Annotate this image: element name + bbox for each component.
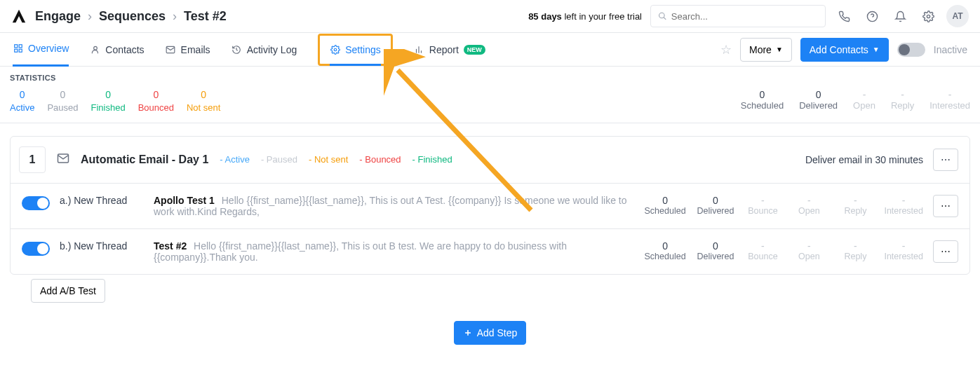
stat-scheduled: 0Scheduled — [741, 89, 784, 111]
search-icon — [658, 11, 667, 21]
more-button[interactable]: More ▼ — [740, 38, 792, 62]
step-card: 1 Automatic Email - Day 1 - Active - Pau… — [10, 136, 970, 275]
svg-rect-8 — [19, 49, 22, 52]
deliver-time-text: Deliver email in 30 minutes — [805, 154, 923, 165]
sequence-active-toggle[interactable] — [897, 43, 925, 57]
bell-icon[interactable] — [890, 6, 910, 26]
avatar[interactable]: AT — [946, 5, 969, 27]
svg-point-9 — [94, 46, 98, 50]
variant-b-menu[interactable]: ⋯ — [933, 240, 958, 263]
variant-a-content[interactable]: Apollo Test 1 Hello {{first_name}}{{last… — [154, 195, 635, 217]
pill-notsent: - Not sent — [309, 154, 348, 165]
call-icon[interactable] — [834, 6, 854, 26]
step-menu-button[interactable]: ⋯ — [933, 149, 958, 171]
metric-interested: -Interested — [884, 240, 923, 261]
mail-icon — [166, 44, 176, 55]
tab-contacts[interactable]: Contacts — [90, 33, 144, 67]
variant-a-label: a.) New Thread — [60, 195, 144, 206]
stat-interested: -Interested — [929, 89, 970, 111]
apollo-logo[interactable] — [11, 8, 27, 24]
tab-overview[interactable]: Overview — [13, 33, 69, 67]
breadcrumb: Engage › Sequences › Test #2 — [35, 9, 227, 24]
stat-active[interactable]: 0 Active — [10, 89, 34, 113]
pill-finished: - Finished — [412, 154, 452, 165]
metric-interested: -Interested — [884, 195, 923, 216]
svg-point-4 — [927, 15, 929, 18]
svg-rect-5 — [14, 45, 17, 48]
metric-bounce: -Bounce — [745, 195, 780, 216]
trial-banner: 85 days left in your free trial — [528, 11, 642, 22]
metric-delivered: 0Delivered — [697, 240, 734, 261]
metric-scheduled: 0Scheduled — [645, 240, 686, 261]
pill-paused: - Paused — [261, 154, 297, 165]
svg-rect-7 — [14, 49, 17, 52]
pill-bounced: - Bounced — [359, 154, 401, 165]
bar-chart-icon — [414, 44, 424, 55]
metric-scheduled: 0Scheduled — [645, 195, 686, 216]
svg-line-1 — [664, 18, 666, 20]
history-icon — [231, 44, 242, 55]
user-icon — [90, 44, 100, 55]
tab-emails[interactable]: Emails — [166, 33, 210, 67]
stat-open: -Open — [853, 89, 875, 111]
variant-row: b.) New Thread Test #2 Hello {{first_nam… — [11, 228, 969, 274]
metric-delivered: 0Delivered — [697, 195, 734, 216]
plus-icon: ＋ — [463, 327, 473, 339]
step-title: Automatic Email - Day 1 — [81, 153, 208, 166]
variant-a-menu[interactable]: ⋯ — [933, 195, 958, 217]
chevron-down-icon: ▼ — [776, 46, 783, 53]
metric-open: -Open — [791, 195, 826, 216]
chevron-down-icon: ▼ — [873, 46, 880, 53]
breadcrumb-current: Test #2 — [184, 9, 227, 24]
stat-not-sent[interactable]: 0 Not sent — [187, 89, 220, 113]
stat-delivered: 0Delivered — [799, 89, 838, 111]
chevron-right-icon: › — [173, 9, 177, 24]
stat-finished[interactable]: 0 Finished — [91, 89, 126, 113]
settings-highlight-box: Settings — [318, 34, 393, 66]
gear-icon[interactable] — [918, 6, 938, 26]
mail-icon — [57, 152, 69, 167]
help-icon[interactable] — [862, 6, 882, 26]
tab-settings[interactable]: Settings — [330, 36, 381, 66]
add-contacts-button[interactable]: Add Contacts ▼ — [800, 38, 889, 62]
step-number: 1 — [19, 146, 46, 173]
gear-icon — [330, 45, 340, 55]
variant-b-label: b.) New Thread — [60, 240, 144, 252]
metric-bounce: -Bounce — [745, 240, 780, 261]
breadcrumb-engage[interactable]: Engage — [35, 9, 81, 24]
variant-row: a.) New Thread Apollo Test 1 Hello {{fir… — [11, 183, 969, 228]
stat-reply: -Reply — [891, 89, 914, 111]
chevron-right-icon: › — [88, 9, 92, 24]
star-icon[interactable]: ☆ — [720, 42, 732, 57]
svg-point-11 — [334, 48, 337, 51]
add-step-button[interactable]: ＋ Add Step — [454, 321, 527, 345]
stat-paused[interactable]: 0 Paused — [47, 89, 78, 113]
add-ab-test-button[interactable]: Add A/B Test — [31, 279, 105, 303]
svg-point-0 — [659, 13, 664, 18]
stat-bounced[interactable]: 0 Bounced — [138, 89, 174, 113]
tab-report[interactable]: Report NEW — [414, 33, 485, 67]
variant-a-toggle[interactable] — [22, 196, 50, 210]
new-badge: NEW — [464, 45, 485, 55]
tab-activity-log[interactable]: Activity Log — [231, 33, 297, 67]
grid-icon — [13, 43, 23, 54]
toggle-label: Inactive — [934, 44, 967, 55]
breadcrumb-sequences[interactable]: Sequences — [99, 9, 166, 24]
search-input[interactable] — [650, 5, 826, 27]
metric-reply: -Reply — [838, 195, 873, 216]
variant-b-content[interactable]: Test #2 Hello {{first_name}}{{last_name}… — [154, 240, 635, 263]
metric-reply: -Reply — [838, 240, 873, 261]
statistics-heading: STATISTICS — [10, 74, 970, 82]
pill-active: - Active — [220, 154, 250, 165]
variant-b-toggle[interactable] — [22, 242, 50, 256]
metric-open: -Open — [791, 240, 826, 261]
svg-rect-6 — [19, 45, 22, 48]
